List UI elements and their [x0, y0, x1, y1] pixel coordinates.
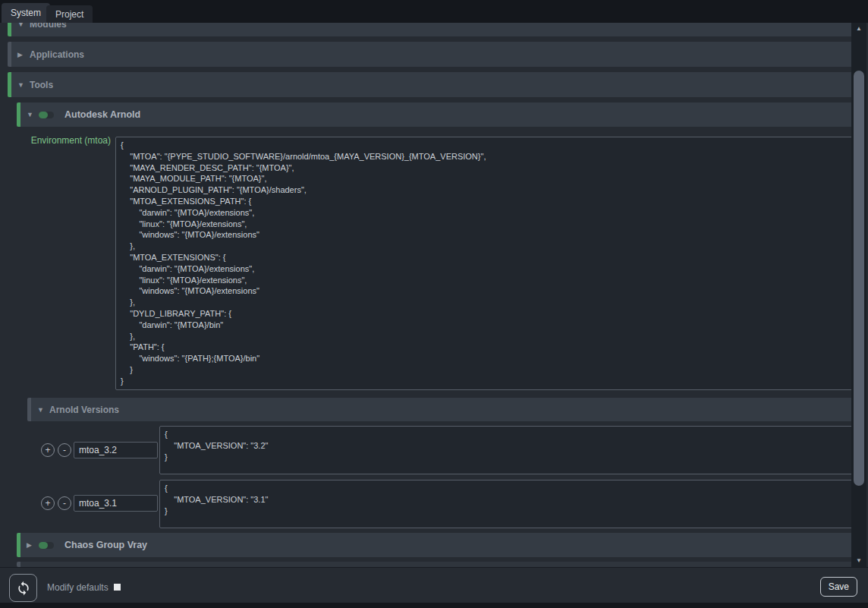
- scrollbar-thumb[interactable]: [854, 71, 864, 486]
- remove-version-button[interactable]: -: [58, 443, 71, 457]
- add-version-button[interactable]: +: [41, 443, 55, 457]
- section-label-autodesk-arnold: Autodesk Arnold: [64, 109, 140, 120]
- version-environment-editor[interactable]: { "MTOA_VERSION": "3.1" }: [159, 480, 853, 528]
- scroll-up-icon[interactable]: ▲: [851, 23, 866, 35]
- modify-defaults-label: Modify defaults: [47, 582, 108, 593]
- arnold-enabled-toggle[interactable]: [39, 112, 54, 118]
- window-bottom-strip: [0, 603, 868, 608]
- section-header-arnold-versions[interactable]: ▼ Arnold Versions: [27, 398, 854, 421]
- section-label-applications: Applications: [30, 49, 84, 60]
- scroll-down-icon[interactable]: ▼: [851, 555, 866, 567]
- chevron-down-icon: ▼: [17, 81, 30, 89]
- version-environment-editor[interactable]: { "MTOA_VERSION": "3.2" }: [159, 426, 853, 474]
- save-button[interactable]: Save: [820, 577, 857, 597]
- vray-enabled-toggle[interactable]: [39, 542, 54, 549]
- chevron-right-icon: ▶: [17, 51, 30, 58]
- section-header-tools[interactable]: ▼ Tools: [8, 72, 854, 97]
- toggle-knob: [39, 112, 48, 118]
- section-header-partial[interactable]: [17, 562, 854, 567]
- remove-version-button[interactable]: -: [58, 496, 71, 510]
- environment-mtoa-editor[interactable]: { "MTOA": "{PYPE_STUDIO_SOFTWARE}/arnold…: [115, 137, 853, 390]
- section-label-tools: Tools: [30, 80, 53, 90]
- refresh-button[interactable]: [9, 574, 37, 602]
- vertical-scrollbar[interactable]: ▲ ▼: [851, 23, 866, 567]
- tab-system-label: System: [11, 8, 41, 18]
- save-button-label: Save: [829, 581, 849, 592]
- tab-project-label: Project: [55, 9, 83, 20]
- section-label-arnold-versions: Arnold Versions: [49, 405, 119, 415]
- version-name-input[interactable]: [74, 495, 158, 512]
- section-header-applications[interactable]: ▶ Applications: [8, 42, 854, 67]
- add-version-button[interactable]: +: [41, 496, 55, 510]
- tab-bar: System Project: [0, 0, 868, 23]
- chevron-down-icon: ▼: [37, 406, 49, 414]
- section-label-chaos-group-vray: Chaos Group Vray: [64, 540, 147, 550]
- section-header-chaos-group-vray[interactable]: ▶ Chaos Group Vray: [17, 533, 854, 557]
- toggle-knob: [39, 542, 48, 549]
- footer-bar: Modify defaults Save: [0, 567, 868, 603]
- chevron-down-icon: ▼: [27, 111, 39, 118]
- refresh-icon: [16, 581, 31, 596]
- environment-mtoa-label: Environment (mtoa): [8, 135, 111, 146]
- tab-system[interactable]: System: [2, 3, 50, 23]
- chevron-right-icon: ▶: [27, 541, 39, 549]
- version-name-input[interactable]: [74, 442, 158, 458]
- section-header-autodesk-arnold[interactable]: ▼ Autodesk Arnold: [17, 102, 854, 127]
- modify-defaults-checkbox[interactable]: [114, 584, 121, 591]
- tab-project[interactable]: Project: [46, 5, 93, 23]
